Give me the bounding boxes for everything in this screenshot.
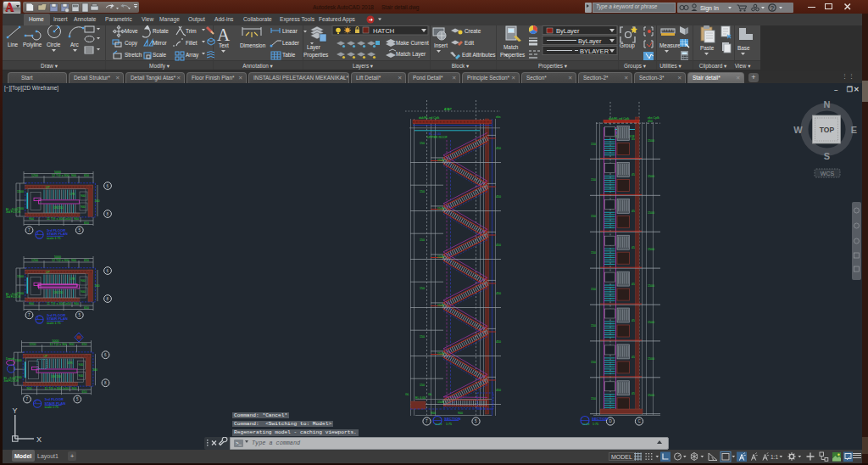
svg-text:Copy: Copy [125,40,138,47]
svg-text:1500: 1500 [648,284,654,288]
svg-text:Mirror: Mirror [153,40,168,46]
svg-text:Stretch: Stretch [125,52,142,58]
svg-text:45: 45 [632,137,635,141]
svg-text:150: 150 [420,190,425,193]
svg-text:450: 450 [496,389,501,392]
svg-text:150: 150 [420,335,425,339]
svg-text:Layer: Layer [307,44,321,51]
svg-text:150: 150 [591,251,596,255]
svg-text:scale: scale [435,423,442,426]
svg-text:1500: 1500 [437,304,444,307]
svg-text:150: 150 [591,361,596,364]
svg-text:ATAP: ATAP [444,108,452,111]
svg-text:45: 45 [632,210,635,213]
svg-text:scale: scale [582,423,589,426]
svg-text:450: 450 [648,120,653,123]
svg-text:Polyline: Polyline [23,42,42,48]
svg-text:Move: Move [125,28,138,34]
svg-text:45: 45 [632,392,635,395]
svg-text:1500: 1500 [437,207,444,210]
svg-text:SECTION: SECTION [444,417,461,421]
svg-text:Leader: Leader [282,40,300,46]
svg-text:Table: Table [282,52,296,58]
svg-text:150: 150 [420,142,425,145]
svg-text:1500: 1500 [648,211,654,215]
svg-text:eks: eks [496,115,501,119]
svg-text:1500: 1500 [437,401,444,404]
svg-text:1500: 1500 [648,321,654,324]
svg-text:Edit: Edit [465,40,474,46]
svg-text:150: 150 [420,384,425,387]
svg-text:Sign In: Sign In [700,4,719,11]
svg-text:HATCH: HATCH [373,27,394,35]
svg-text:450: 450 [496,340,501,344]
svg-text:Array: Array [186,52,199,59]
svg-text:150: 150 [591,143,596,146]
svg-text:BYLAYER: BYLAYER [580,48,609,55]
svg-text:150: 150 [591,215,596,218]
svg-text:1:1: 1:1 [771,454,778,460]
svg-text:150: 150 [591,397,596,401]
svg-text:Text: Text [219,42,229,48]
svg-text:ByLayer: ByLayer [578,37,602,45]
svg-text:1500: 1500 [437,159,444,162]
svg-text:D: D [609,419,613,423]
svg-text:Trim: Trim [186,28,197,34]
svg-text:150: 150 [420,238,425,242]
svg-text:Rotate: Rotate [153,28,169,34]
svg-text:N: N [824,99,831,109]
svg-text:GL: GL [428,393,432,396]
svg-text:7: 7 [426,419,428,423]
svg-text:1500: 1500 [437,352,444,356]
svg-text:45: 45 [632,283,635,286]
svg-text:450: 450 [496,244,501,247]
svg-text:S: S [824,151,830,161]
svg-text:SECTION: SECTION [592,417,609,421]
svg-text:WCS: WCS [821,171,835,176]
svg-text:Create: Create [465,28,481,34]
svg-text:Line: Line [8,42,19,48]
svg-text:Match Layer: Match Layer [396,51,426,58]
svg-text:W: W [793,125,803,135]
svg-text:900: 900 [458,412,463,415]
svg-text:1500: 1500 [648,394,654,397]
svg-text:Fillet: Fillet [186,40,198,46]
svg-text:45: 45 [632,246,635,249]
svg-text:45: 45 [632,173,635,176]
svg-text:Edit Attributes: Edit Attributes [462,52,495,58]
svg-text:Insert: Insert [434,42,448,48]
svg-text:450: 450 [496,195,501,199]
svg-text:?: ? [771,4,775,12]
svg-text:1500: 1500 [648,357,654,361]
svg-text:C: C [638,419,642,423]
svg-text:ByLayer: ByLayer [556,27,580,35]
svg-text:1500: 1500 [648,175,654,178]
svg-text:Properties: Properties [303,52,328,59]
svg-text:150: 150 [420,287,425,290]
svg-text:dak/EL.ed Cplk: dak/EL.ed Cplk [609,117,630,120]
svg-text:Make Current: Make Current [396,40,429,46]
svg-text:45: 45 [632,319,635,322]
svg-text:Group: Group [620,42,635,49]
svg-text:Measure: Measure [659,42,681,48]
svg-text:UPPER ROOF: UPPER ROOF [427,136,448,139]
svg-text:Properties: Properties [500,52,525,59]
svg-text:1:75: 1:75 [446,423,452,426]
svg-text:45: 45 [632,356,635,359]
svg-text:450: 450 [496,147,501,150]
svg-text:150: 150 [591,288,596,291]
svg-text:Dimension: Dimension [240,42,266,48]
svg-text:Paste: Paste [700,45,715,51]
svg-text:GL: GL [405,393,409,396]
svg-text:5: 5 [475,419,477,423]
svg-text:Linear: Linear [282,28,298,34]
svg-text:Match: Match [504,44,519,50]
svg-text:E: E [851,125,857,135]
svg-text:dak/EL.ed Cplk: dak/EL.ed Cplk [419,116,440,120]
svg-text:450: 450 [496,292,501,295]
svg-text:900: 900 [431,412,436,415]
svg-text:Arc: Arc [70,42,79,48]
svg-text:TOP: TOP [820,126,835,134]
svg-text:Scale: Scale [153,52,166,58]
svg-text:1500: 1500 [437,255,444,259]
